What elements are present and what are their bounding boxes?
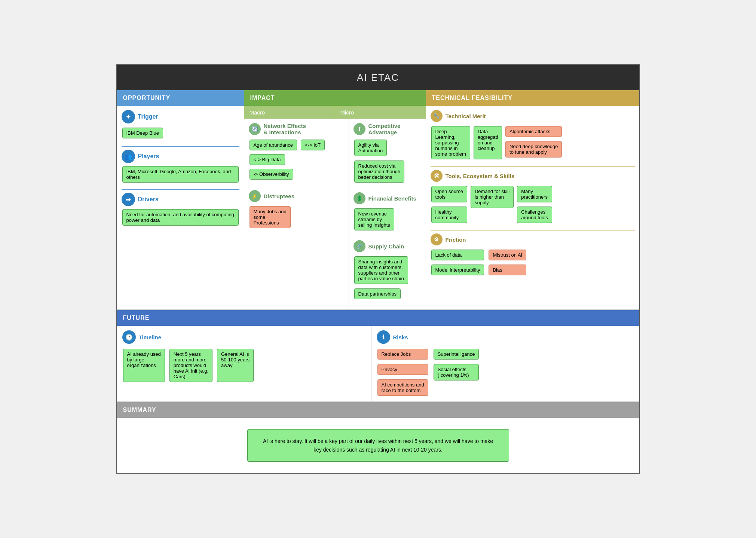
- financial-title: 💲 Financial Benefits: [353, 192, 421, 204]
- tools-item-1: Open sourcetools: [431, 186, 467, 202]
- competitive-boxes: Agility viaAutomation Reduced cost viaop…: [353, 138, 421, 184]
- financial-boxes: New revenuestreams byselling Insights: [353, 207, 421, 232]
- future-right: ℹ Risks Replace Jobs Privacy AI competit…: [371, 326, 639, 401]
- financial-section: 💲 Financial Benefits New revenuestreams …: [353, 192, 421, 232]
- supply-section: 🔗 Supply Chain Sharing insights anddata …: [353, 240, 421, 300]
- future-content: 🕐 Timeline AI already usedby largeorgani…: [117, 326, 639, 402]
- merit-icon: 🔧: [431, 110, 443, 122]
- timeline-icon: 🕐: [122, 330, 136, 344]
- competitive-icon: ⬆: [353, 123, 365, 135]
- network-boxes-3: -> Observerbility: [249, 168, 344, 181]
- timeline-item-3: General AI is50-100 yearsaway: [217, 349, 254, 382]
- impact-cols: 🔄 Network Effects& Interactions Age of a…: [244, 119, 426, 309]
- opportunity-col: ✦ Trigger IBM Deep Blue 👥 Players IBM, M…: [117, 106, 244, 309]
- friction-salmon-2: Bias: [489, 265, 526, 275]
- network-item-2: <-> IoT: [301, 140, 325, 150]
- trigger-icon: ✦: [122, 110, 135, 123]
- impact-subheaders: Macro Micro: [244, 106, 426, 119]
- opp-divider-2: [122, 189, 239, 190]
- technical-header: TECHNICAL FEASIBILITY: [426, 90, 639, 106]
- timeline-item-2: Next 5 yearsmore and moreproducts wouldh…: [169, 349, 212, 382]
- tools-left: Open sourcetools Healthycommunity: [431, 185, 468, 224]
- tools-section: 🛠 Tools, Ecosystem & Skills Open sourcet…: [431, 170, 635, 224]
- merit-title: 🔧 Technical Merit: [431, 110, 635, 122]
- tools-item-3: Manypractitioners: [517, 186, 552, 202]
- tech-divider-1: [431, 166, 635, 167]
- friction-salmon: Mistrust on AI Bias: [488, 248, 527, 276]
- summary-header: SUMMARY: [117, 402, 639, 418]
- risks-green-2: Social effects( covering 1%): [434, 364, 479, 380]
- network-item-4: -> Observerbility: [250, 169, 293, 180]
- friction-salmon-1: Mistrust on AI: [489, 250, 526, 260]
- future-header: FUTURE: [117, 310, 639, 326]
- drivers-item: Need for automation, and availability of…: [122, 209, 239, 226]
- macro-subheader: Macro: [244, 106, 335, 119]
- merit-salmon-1: Algorithmic attacks: [505, 126, 562, 137]
- distruptees-title: ⚡ Distruptees: [249, 190, 344, 202]
- section-headers: OPPORTUNITY IMPACT TECHNICAL FEASIBILITY: [117, 90, 639, 106]
- competitive-title: ⬆ Competitive Advantage: [353, 123, 421, 135]
- drivers-section: ➡ Drivers Need for automation, and avail…: [122, 193, 239, 226]
- timeline-section: 🕐 Timeline AI already usedby largeorgani…: [122, 330, 254, 383]
- financial-item-1: New revenuestreams byselling Insights: [354, 208, 394, 230]
- impact-divider-3: [353, 237, 421, 237]
- impact-col: Macro Micro 🔄 Network Effects& Interacti…: [244, 106, 426, 309]
- distruptees-icon: ⚡: [249, 190, 261, 202]
- impact-divider-1: [249, 187, 344, 187]
- tools-grid: Open sourcetools Healthycommunity Demand…: [431, 185, 635, 224]
- network-title: 🔄 Network Effects& Interactions: [249, 123, 344, 135]
- risks-green-1: Superintelligance: [434, 349, 479, 360]
- competitive-item-2: Reduced cost viaoptimization thoughbette…: [354, 161, 405, 183]
- friction-title: ⚙ Friction: [431, 233, 635, 245]
- tech-divider-2: [431, 230, 635, 230]
- risks-salmon: Replace Jobs Privacy AI competitions and…: [377, 348, 429, 397]
- risks-title: ℹ Risks: [377, 330, 480, 344]
- timeline-title: 🕐 Timeline: [122, 330, 254, 344]
- network-icon: 🔄: [249, 123, 261, 135]
- tools-right: Manypractitioners Challengesaround tools: [516, 185, 553, 224]
- players-item: IBM, Microsoft, Google, Amazon, Facebook…: [122, 166, 239, 183]
- impact-divider-2: [353, 189, 421, 189]
- supply-icon: 🔗: [353, 240, 365, 252]
- trigger-section: ✦ Trigger IBM Deep Blue: [122, 110, 239, 140]
- merit-salmon-2: Need deep knowledgeto tune and apply: [505, 141, 562, 158]
- supply-item-2: Data partnerships: [354, 288, 401, 299]
- risks-section: ℹ Risks Replace Jobs Privacy AI competit…: [377, 330, 480, 397]
- players-section: 👥 Players IBM, Microsoft, Google, Amazon…: [122, 150, 239, 183]
- friction-icon: ⚙: [431, 233, 443, 245]
- trigger-item: IBM Deep Blue: [122, 128, 163, 138]
- trigger-title: ✦ Trigger: [122, 110, 239, 123]
- network-boxes: Age of abundance <-> IoT: [249, 138, 344, 152]
- drivers-title: ➡ Drivers: [122, 193, 239, 206]
- tools-mid: Demand for skillis higher thansupply: [470, 185, 514, 224]
- network-section: 🔄 Network Effects& Interactions Age of a…: [249, 123, 344, 181]
- friction-section: ⚙ Friction Lack of data Model interpreta…: [431, 233, 635, 276]
- merit-green-1: DeepLearning,surpassinghumans insome pro…: [431, 126, 470, 159]
- distruptees-item-1: Many Jobs andsomeProfessions: [250, 206, 291, 228]
- main-frame: AI ETAC OPPORTUNITY IMPACT TECHNICAL FEA…: [116, 64, 640, 474]
- merit-grid: DeepLearning,surpassinghumans insome pro…: [431, 125, 635, 161]
- friction-grid: Lack of data Model interpretability Mist…: [431, 248, 635, 276]
- network-boxes-2: <-> Big Data: [249, 153, 344, 166]
- friction-green: Lack of data Model interpretability: [431, 248, 485, 276]
- network-item-3: <-> Big Data: [250, 154, 285, 165]
- risks-icon: ℹ: [377, 330, 390, 344]
- risks-salmon-1: Replace Jobs: [377, 349, 428, 360]
- merit-salmon-col: Algorithmic attacks Need deep knowledget…: [505, 125, 563, 161]
- merit-section: 🔧 Technical Merit DeepLearning,surpassin…: [431, 110, 635, 161]
- main-content: ✦ Trigger IBM Deep Blue 👥 Players IBM, M…: [117, 106, 639, 310]
- supply-boxes: Sharing insights anddata with customers,…: [353, 255, 421, 300]
- risks-grid: Replace Jobs Privacy AI competitions and…: [377, 348, 480, 397]
- impact-header: IMPACT: [244, 90, 426, 106]
- risks-green: Superintelligance Social effects( coveri…: [433, 348, 480, 397]
- competitive-section: ⬆ Competitive Advantage Agility viaAutom…: [353, 123, 421, 184]
- supply-item-1: Sharing insights anddata with customers,…: [354, 256, 408, 284]
- tools-title: 🛠 Tools, Ecosystem & Skills: [431, 170, 635, 182]
- friction-green-2: Model interpretability: [431, 265, 484, 275]
- tools-icon: 🛠: [431, 170, 443, 182]
- competitive-item-1: Agility viaAutomation: [354, 140, 387, 156]
- main-title: AI ETAC: [357, 72, 399, 83]
- drivers-icon: ➡: [122, 193, 135, 206]
- financial-icon: 💲: [353, 192, 365, 204]
- timeline-item-1: AI already usedby largeorganizations: [123, 349, 165, 382]
